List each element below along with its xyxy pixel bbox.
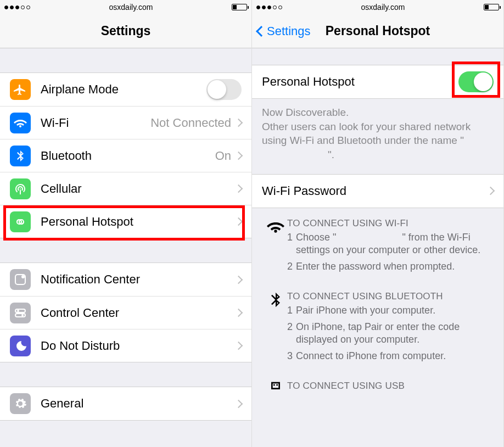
airplane-icon [10,79,31,100]
row-wifi-password[interactable]: Wi-Fi Password [252,175,503,208]
chevron-right-icon [234,185,243,193]
chevron-right-icon [234,217,243,226]
airplane-toggle[interactable] [206,79,242,100]
bluetooth-icon [264,291,287,366]
discoverable-text: Now Discoverable. Other users can look f… [252,99,503,164]
personal-hotspot-screen: osxdaily.com Settings Personal Hotspot P… [252,0,504,447]
row-label: General [41,396,83,411]
discoverable-line2: Other users can look for your shared net… [262,120,494,162]
instructions-header: TO CONNECT USING USB [287,381,405,392]
row-label: Airplane Mode [41,82,119,97]
signal-dots-icon [4,5,30,9]
instructions-usb: TO CONNECT USING USB [252,371,503,398]
wifi-password-group: Wi-Fi Password [252,174,503,208]
bluetooth-icon [10,146,31,166]
instruction-step: Pair iPhone with your computer. [287,304,492,317]
instructions-wifi: TO CONNECT USING WI-FI Choose "" from th… [252,208,503,281]
settings-screen: osxdaily.com Settings Airplane Mode Wi-F… [0,0,252,447]
status-bar: osxdaily.com [252,0,503,14]
chevron-right-icon [234,342,243,350]
gear-icon [10,393,31,414]
row-airplane-mode[interactable]: Airplane Mode [0,73,251,106]
chevron-right-icon [486,187,495,195]
status-url: osxdaily.com [361,3,405,12]
row-detail: On [215,149,231,163]
moon-icon [10,336,31,356]
svg-rect-6 [272,383,279,389]
notification-center-icon [10,269,31,290]
row-wifi[interactable]: Wi-Fi Not Connected [0,106,251,139]
settings-group-network: Airplane Mode Wi-Fi Not Connected Blueto… [0,72,251,238]
battery-icon [232,4,247,10]
usb-icon [264,381,287,398]
instructions-header: TO CONNECT USING WI-FI [287,218,492,229]
instruction-step: On iPhone, tap Pair or enter the code di… [287,321,492,347]
row-label: Personal Hotspot [262,75,355,89]
signal-dots-icon [256,5,282,9]
row-detail: Not Connected [150,116,231,130]
hotspot-toggle-group: Personal Hotspot [252,65,503,99]
hotspot-toggle[interactable] [458,71,494,92]
svg-rect-2 [15,309,25,312]
instruction-step: Connect to iPhone from computer. [287,350,492,363]
settings-group-system: Notification Center Control Center Do No… [0,262,251,362]
chevron-right-icon [234,275,243,284]
instructions-header: TO CONNECT USING BLUETOOTH [287,291,492,302]
nav-bar: Settings Personal Hotspot [252,14,503,48]
row-notification-center[interactable]: Notification Center [0,263,251,296]
svg-rect-7 [273,384,275,385]
nav-bar: Settings [0,14,251,48]
svg-rect-8 [276,384,278,385]
row-label: Notification Center [41,272,140,287]
svg-point-5 [21,314,24,316]
back-button[interactable]: Settings [257,14,311,48]
svg-point-3 [17,310,19,312]
row-cellular[interactable]: Cellular [0,172,251,205]
row-control-center[interactable]: Control Center [0,296,251,329]
row-label: Do Not Disturb [41,339,120,353]
redacted-name [336,233,402,243]
redacted-name [262,150,328,160]
row-label: Control Center [41,306,119,320]
row-bluetooth[interactable]: Bluetooth On [0,139,251,172]
row-label: Personal Hotspot [41,215,133,229]
instruction-step: Choose "" from the Wi-Fi settings on you… [287,231,492,258]
row-personal-hotspot[interactable]: Personal Hotspot [0,205,251,238]
page-title: Personal Hotspot [326,24,430,38]
chevron-right-icon [234,399,243,408]
svg-rect-4 [15,314,25,317]
wifi-icon [10,113,31,133]
status-url: osxdaily.com [109,3,153,12]
chevron-right-icon [234,119,243,127]
row-label: Wi-Fi [41,116,69,130]
instruction-step: Enter the password when prompted. [287,260,492,273]
control-center-icon [10,303,31,323]
row-do-not-disturb[interactable]: Do Not Disturb [0,329,251,362]
status-bar: osxdaily.com [0,0,251,14]
row-general[interactable]: General [0,387,251,420]
row-label: Wi-Fi Password [262,184,346,198]
back-label: Settings [267,24,311,38]
row-label: Bluetooth [41,149,92,163]
chevron-right-icon [234,309,243,317]
row-personal-hotspot-toggle[interactable]: Personal Hotspot [252,65,503,98]
wifi-icon [264,218,287,277]
chevron-right-icon [234,152,243,160]
hotspot-icon [10,211,31,232]
battery-icon [484,4,499,10]
settings-group-general: General [0,387,251,421]
svg-point-1 [21,275,25,278]
row-label: Cellular [41,182,82,196]
page-title: Settings [101,24,151,38]
cellular-icon [10,178,31,199]
instructions-bluetooth: TO CONNECT USING BLUETOOTH Pair iPhone w… [252,281,503,371]
chevron-left-icon [256,26,267,37]
discoverable-line1: Now Discoverable. [262,105,494,120]
